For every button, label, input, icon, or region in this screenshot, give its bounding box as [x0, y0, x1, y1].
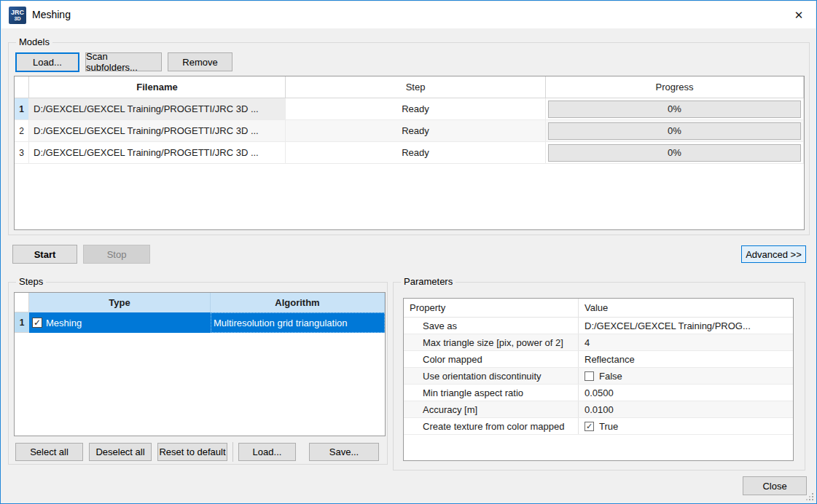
param-row-save-as[interactable]: Save as D:/GEXCEL/GEXCEL Training/PROG..… — [404, 318, 793, 334]
select-all-button[interactable]: Select all — [15, 443, 83, 461]
steps-table-header: Type Algorithm — [15, 293, 385, 312]
progress-bar: 0% — [548, 101, 801, 118]
param-name: Accuracy [m] — [404, 401, 579, 417]
models-table: Filename Step Progress 1 D:/GEXCEL/GEXCE… — [14, 76, 805, 230]
advanced-button[interactable]: Advanced >> — [741, 245, 806, 263]
param-value[interactable]: 4 — [579, 334, 793, 350]
step-algorithm-cell[interactable]: Multiresolution grid triangulation — [211, 312, 385, 333]
meshing-dialog: JRC 3D Meshing ✕ Models Load... Scan sub… — [0, 0, 817, 504]
model-progress-cell: 0% — [546, 98, 804, 120]
param-value[interactable]: 0.0500 — [579, 385, 793, 401]
reset-to-default-button[interactable]: Reset to default — [157, 443, 227, 461]
row-number[interactable]: 1 — [15, 98, 29, 120]
param-name: Save as — [404, 318, 579, 334]
model-row-3[interactable]: 3 D:/GEXCEL/GEXCEL Training/PROGETTI/JRC… — [15, 142, 804, 164]
param-name: Use orientation discontinuity — [404, 368, 579, 384]
step-row-1[interactable]: 1 ✓ Meshing Multiresolution grid triangu… — [15, 312, 385, 333]
steps-group-label: Steps — [16, 276, 46, 287]
model-progress-cell: 0% — [546, 120, 804, 142]
model-step[interactable]: Ready — [286, 98, 546, 120]
param-row-create-texture[interactable]: Create texture from color mapped ✓ True — [404, 418, 793, 435]
step-column-header[interactable]: Step — [286, 76, 546, 98]
load-models-button[interactable]: Load... — [15, 52, 79, 72]
window-close-icon[interactable]: ✕ — [782, 1, 816, 28]
remove-button[interactable]: Remove — [168, 52, 232, 71]
param-value: False — [579, 368, 793, 384]
algorithm-column-header[interactable]: Algorithm — [211, 293, 385, 312]
checkbox-unchecked-icon[interactable] — [585, 371, 594, 381]
row-number[interactable]: 1 — [15, 312, 29, 333]
models-group-label: Models — [16, 36, 52, 47]
param-value[interactable]: 0.0100 — [579, 401, 793, 417]
parameters-table-header: Property Value — [404, 299, 793, 318]
param-row-min-triangle-aspect-ratio[interactable]: Min triangle aspect ratio 0.0500 — [404, 385, 793, 401]
param-name: Max triangle size [pix, power of 2] — [404, 334, 579, 350]
corner-header-cell — [15, 76, 29, 98]
model-filename[interactable]: D:/GEXCEL/GEXCEL Training/PROGETTI/JRC 3… — [29, 120, 286, 142]
app-logo-text: JRC — [11, 9, 24, 16]
model-row-2[interactable]: 2 D:/GEXCEL/GEXCEL Training/PROGETTI/JRC… — [15, 120, 804, 142]
models-table-header: Filename Step Progress — [15, 76, 804, 98]
close-button[interactable]: Close — [743, 476, 807, 495]
model-filename[interactable]: D:/GEXCEL/GEXCEL Training/PROGETTI/JRC 3… — [29, 142, 286, 164]
button-separator — [232, 442, 233, 462]
app-logo-icon: JRC 3D — [9, 7, 26, 24]
scan-subfolders-button[interactable]: Scan subfolders... — [85, 52, 162, 71]
corner-header-cell — [15, 293, 29, 312]
step-type-label: Meshing — [46, 318, 82, 328]
stop-button: Stop — [83, 245, 150, 264]
model-progress-cell: 0% — [546, 142, 804, 164]
step-type-cell[interactable]: ✓ Meshing — [29, 312, 211, 333]
param-checkbox-label: False — [599, 371, 622, 382]
model-step[interactable]: Ready — [286, 142, 546, 164]
steps-table: Type Algorithm 1 ✓ Meshing Multiresoluti… — [14, 292, 386, 436]
param-value[interactable]: D:/GEXCEL/GEXCEL Training/PROG... — [579, 318, 793, 334]
start-button[interactable]: Start — [12, 245, 77, 264]
type-column-header[interactable]: Type — [29, 293, 211, 312]
save-steps-button[interactable]: Save... — [309, 443, 379, 461]
param-value: ✓ True — [579, 418, 793, 434]
load-steps-button[interactable]: Load... — [238, 443, 296, 461]
param-name: Create texture from color mapped — [404, 418, 579, 434]
checkbox-checked-icon[interactable]: ✓ — [585, 422, 594, 431]
param-row-use-orientation-discontinuity[interactable]: Use orientation discontinuity False — [404, 368, 793, 385]
app-logo-subtext: 3D — [9, 16, 26, 21]
model-step[interactable]: Ready — [286, 120, 546, 142]
param-row-max-triangle-size[interactable]: Max triangle size [pix, power of 2] 4 — [404, 334, 793, 351]
window-title: Meshing — [32, 9, 71, 20]
param-name: Color mapped — [404, 351, 579, 367]
progress-bar: 0% — [548, 144, 801, 162]
filename-column-header[interactable]: Filename — [29, 76, 286, 98]
property-column-header[interactable]: Property — [404, 299, 579, 317]
parameters-table: Property Value Save as D:/GEXCEL/GEXCEL … — [403, 298, 794, 461]
param-name: Min triangle aspect ratio — [404, 385, 579, 401]
model-filename[interactable]: D:/GEXCEL/GEXCEL Training/PROGETTI/JRC 3… — [29, 98, 286, 120]
row-number[interactable]: 3 — [15, 142, 29, 164]
deselect-all-button[interactable]: Deselect all — [89, 443, 152, 461]
model-row-1[interactable]: 1 D:/GEXCEL/GEXCEL Training/PROGETTI/JRC… — [15, 98, 804, 120]
param-value[interactable]: Reflectance — [579, 351, 793, 367]
resize-grip[interactable] — [806, 493, 814, 501]
param-checkbox-label: True — [599, 421, 618, 432]
row-number[interactable]: 2 — [15, 120, 29, 142]
value-column-header[interactable]: Value — [579, 299, 793, 317]
checkbox-checked-icon[interactable]: ✓ — [32, 318, 42, 328]
param-row-color-mapped[interactable]: Color mapped Reflectance — [404, 351, 793, 368]
parameters-group-label: Parameters — [401, 276, 456, 287]
title-bar: JRC 3D Meshing ✕ — [1, 1, 816, 28]
param-row-accuracy[interactable]: Accuracy [m] 0.0100 — [404, 401, 793, 418]
progress-column-header[interactable]: Progress — [546, 76, 804, 98]
progress-bar: 0% — [548, 122, 801, 140]
